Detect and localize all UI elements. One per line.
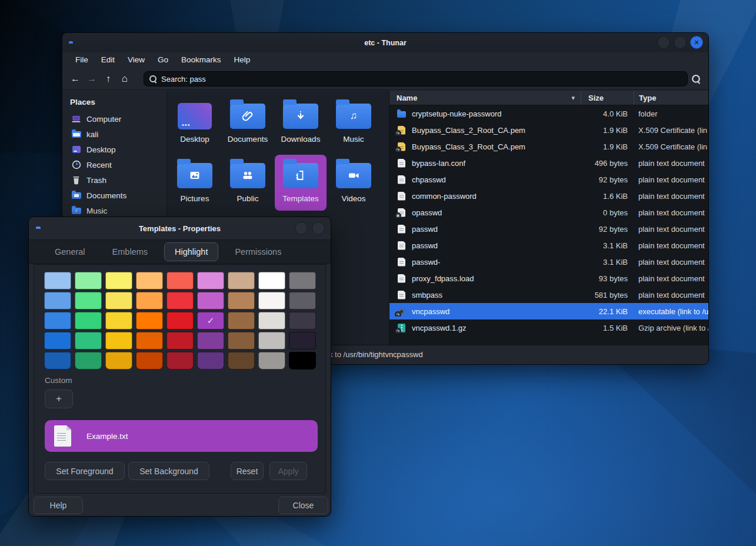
palette-swatch-r0-c3[interactable] (136, 272, 163, 289)
palette-swatch-r0-c2[interactable] (105, 272, 132, 289)
palette-swatch-r1-c0[interactable] (44, 292, 71, 309)
sidebar-item-kali[interactable]: kali (62, 126, 166, 142)
search-input[interactable]: Search: pass (144, 71, 688, 86)
thunar-titlebar[interactable]: etc - Thunar ✕ (62, 33, 708, 52)
palette-swatch-r1-c6[interactable] (228, 292, 255, 309)
dialog-close-button[interactable]: Close (278, 497, 328, 514)
table-row[interactable]: common-password1.6 KiBplain text documen… (389, 188, 708, 204)
palette-swatch-r0-c5[interactable] (197, 272, 224, 289)
palette-swatch-r4-c6[interactable] (228, 352, 255, 369)
palette-swatch-r3-c4[interactable] (166, 332, 194, 349)
apply-button[interactable]: Apply (269, 462, 307, 480)
palette-swatch-r3-c6[interactable] (228, 332, 255, 349)
palette-swatch-r2-c7[interactable] (258, 312, 285, 329)
table-row[interactable]: chpasswd92 bytesplain text document (389, 171, 708, 188)
palette-swatch-r3-c1[interactable] (75, 332, 102, 349)
palette-swatch-r1-c4[interactable] (166, 292, 194, 309)
palette-swatch-r0-c1[interactable] (75, 272, 102, 289)
palette-swatch-r1-c2[interactable] (105, 292, 132, 309)
forward-icon[interactable]: → (84, 71, 100, 86)
tab-permissions[interactable]: Permissions (224, 242, 292, 261)
palette-swatch-r3-c5[interactable] (197, 332, 224, 349)
table-row[interactable]: passwd92 bytesplain text document (389, 221, 708, 237)
table-row[interactable]: ↷Buypass_Class_2_Root_CA.pem1.9 KiBX.509… (389, 122, 708, 138)
menu-item-view[interactable]: View (121, 52, 151, 68)
palette-swatch-r2-c1[interactable] (75, 312, 102, 329)
palette-swatch-r0-c8[interactable] (289, 272, 316, 289)
palette-swatch-r4-c8[interactable] (289, 352, 316, 369)
palette-swatch-r4-c7[interactable] (258, 352, 285, 369)
help-button[interactable]: Help (34, 497, 83, 514)
sidebar-item-desktop[interactable]: Desktop (62, 142, 166, 157)
column-header-type[interactable]: Type (634, 91, 708, 105)
palette-swatch-r1-c5[interactable] (197, 292, 224, 309)
add-custom-color-button[interactable]: + (45, 389, 73, 408)
palette-swatch-r4-c3[interactable] (136, 352, 163, 369)
set-background-button[interactable]: Set Background (128, 462, 209, 480)
table-row[interactable]: cryptsetup-nuke-password4.0 KiBfolder (389, 105, 708, 122)
icon-view-item-public[interactable]: Public (222, 155, 274, 211)
up-icon[interactable]: ↑ (100, 71, 116, 86)
palette-swatch-r0-c4[interactable] (166, 272, 194, 289)
table-row[interactable]: ↷vncpasswd.1.gz1.5 KiBGzip archive (link… (389, 319, 708, 336)
menu-item-help[interactable]: Help (228, 52, 257, 68)
search-toggle-button[interactable] (688, 71, 704, 86)
palette-swatch-r1-c3[interactable] (136, 292, 163, 309)
palette-swatch-r2-c3[interactable] (136, 312, 163, 329)
menu-item-file[interactable]: File (69, 52, 95, 68)
table-row[interactable]: passwd-3.1 KiBplain text document (389, 254, 708, 270)
table-row[interactable]: ✖opasswd0 bytesplain text document (389, 204, 708, 221)
palette-swatch-r3-c7[interactable] (258, 332, 285, 349)
palette-swatch-r4-c5[interactable] (197, 352, 224, 369)
menu-item-bookmarks[interactable]: Bookmarks (175, 52, 228, 68)
palette-swatch-r4-c1[interactable] (75, 352, 102, 369)
sidebar-item-documents[interactable]: Documents (62, 188, 166, 203)
home-icon[interactable]: ⌂ (116, 71, 133, 86)
tab-highlight[interactable]: Highlight (164, 242, 218, 261)
palette-swatch-r3-c2[interactable] (105, 332, 132, 349)
palette-swatch-r2-c4[interactable] (166, 312, 194, 329)
table-row[interactable]: proxy_fdpass.load93 bytesplain text docu… (389, 270, 708, 287)
palette-swatch-r1-c7[interactable] (258, 292, 285, 309)
column-header-name[interactable]: Name▾ (389, 91, 581, 105)
palette-swatch-r0-c6[interactable] (228, 272, 255, 289)
icon-view-item-music[interactable]: ♫Music (328, 95, 379, 151)
icon-view-item-documents[interactable]: Documents (222, 95, 274, 151)
menu-item-go[interactable]: Go (151, 52, 175, 68)
table-row[interactable]: passwd3.1 KiBplain text document (389, 237, 708, 254)
palette-swatch-r3-c8[interactable] (289, 332, 316, 349)
icon-view-item-desktop[interactable]: Desktop (169, 95, 221, 151)
palette-swatch-r3-c0[interactable] (44, 332, 71, 349)
minimize-button[interactable] (657, 36, 670, 49)
tab-general[interactable]: General (44, 242, 96, 261)
back-icon[interactable]: ← (67, 71, 84, 86)
palette-swatch-r2-c6[interactable] (228, 312, 255, 329)
tab-emblems[interactable]: Emblems (102, 242, 158, 261)
icon-view-item-templates[interactable]: Templates (275, 155, 327, 211)
icon-view-item-pictures[interactable]: Pictures (169, 155, 221, 211)
palette-swatch-r4-c2[interactable] (105, 352, 132, 369)
table-row[interactable]: smbpass581 bytesplain text document (389, 287, 708, 303)
palette-swatch-r2-c8[interactable] (289, 312, 316, 329)
dialog-titlebar[interactable]: Templates - Properties (29, 217, 331, 239)
palette-swatch-r4-c0[interactable] (44, 352, 71, 369)
sidebar-item-computer[interactable]: Computer (62, 111, 166, 126)
table-row[interactable]: ↷vncpasswd22.1 KiBexecutable (link to /u (389, 303, 708, 319)
palette-swatch-r3-c3[interactable] (136, 332, 163, 349)
sidebar-item-trash[interactable]: Trash (62, 172, 166, 188)
table-row[interactable]: ↷Buypass_Class_3_Root_CA.pem1.9 KiBX.509… (389, 138, 708, 155)
table-row[interactable]: bypass-lan.conf496 bytesplain text docum… (389, 155, 708, 171)
menu-item-edit[interactable]: Edit (95, 52, 121, 68)
icon-view-item-videos[interactable]: Videos (328, 155, 379, 211)
sidebar-item-recent[interactable]: Recent (62, 157, 166, 172)
palette-swatch-r2-c2[interactable] (105, 312, 132, 329)
palette-swatch-r2-c5[interactable]: ✓ (197, 312, 224, 329)
palette-swatch-r0-c7[interactable] (258, 272, 285, 289)
palette-swatch-r0-c0[interactable] (44, 272, 71, 289)
close-button[interactable]: ✕ (690, 36, 703, 49)
dialog-minimize-button[interactable] (295, 222, 308, 235)
set-foreground-button[interactable]: Set Foreground (45, 462, 125, 480)
palette-swatch-r1-c8[interactable] (289, 292, 316, 309)
palette-swatch-r4-c4[interactable] (166, 352, 194, 369)
maximize-button[interactable] (674, 36, 687, 49)
